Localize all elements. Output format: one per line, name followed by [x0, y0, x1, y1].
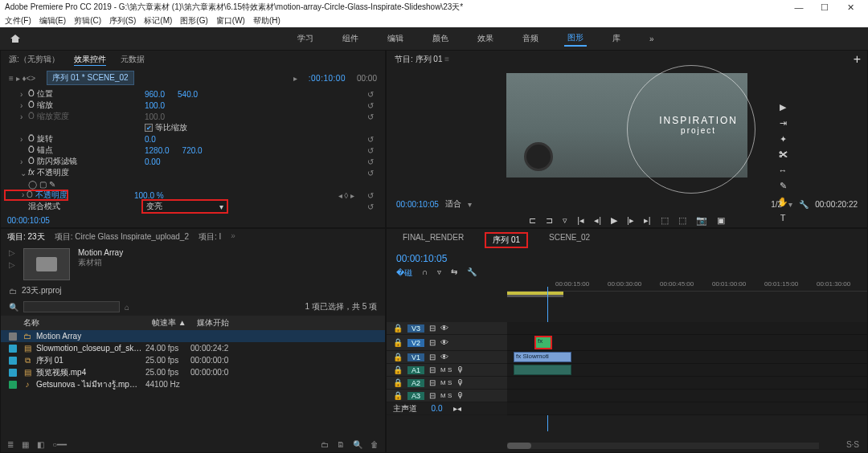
timeline-ruler[interactable]: 00:00:15:0000:00:30:0000:00:45:0000:01:0… — [507, 280, 867, 292]
ec-footer-timecode[interactable]: 00:00:10:05 — [7, 216, 50, 225]
reset-opacity[interactable]: ↺ — [367, 191, 374, 200]
track-select-tool-icon[interactable]: ⇥ — [780, 118, 787, 129]
project-tab-2[interactable]: 项目: Circle Glass Inspirate_upload_2 — [55, 231, 189, 243]
eye-icon[interactable]: 👁 — [440, 324, 448, 333]
workspace-bar: 学习 组件 编辑 颜色 效果 音频 图形 库 » — [0, 27, 868, 50]
ws-assembly[interactable]: 组件 — [339, 31, 362, 46]
timeline-tab-scene02[interactable]: SCENE_02 — [542, 232, 596, 248]
step-back-icon[interactable]: ◂| — [594, 215, 601, 226]
search-input[interactable] — [23, 301, 120, 312]
settings-icon[interactable]: 🔧 — [799, 200, 809, 209]
clip-nested-scene[interactable]: fx — [534, 336, 552, 349]
ws-library[interactable]: 库 — [609, 31, 624, 46]
step-forward-icon[interactable]: |▸ — [627, 215, 634, 226]
ws-effects[interactable]: 效果 — [474, 31, 497, 46]
pen-tool-icon[interactable]: ✎ — [780, 181, 787, 191]
linked-selection-icon[interactable]: ∩ — [422, 267, 428, 279]
reset-scale[interactable]: ↺ — [367, 101, 374, 110]
tab-effect-controls[interactable]: 效果控件 — [74, 54, 106, 66]
tab-source[interactable]: 源:（无剪辑） — [9, 54, 59, 66]
project-tab-3[interactable]: 项目: I — [199, 231, 221, 243]
project-tab-1[interactable]: 项目: 23天 — [7, 231, 45, 243]
insert-overwrite-icon[interactable]: ⇆ — [451, 267, 457, 279]
zoom-slider[interactable]: ○━━ — [52, 440, 67, 449]
fit-select[interactable]: 适合 — [445, 198, 461, 210]
new-bin-icon[interactable]: 🗀 — [321, 440, 329, 449]
snap-icon[interactable]: �磁 — [396, 267, 412, 279]
uniform-scale-checkbox[interactable]: ✔ — [145, 124, 153, 132]
ws-graphics[interactable]: 图形 — [564, 31, 587, 47]
timeline-zoom-scrollbar[interactable] — [507, 443, 819, 449]
razor-tool-icon[interactable]: ✀ — [779, 150, 788, 160]
icon-view-icon[interactable]: ▦ — [22, 440, 29, 449]
bin-item[interactable]: ⧉序列 0125.00 fps00:00:00:0 — [1, 354, 385, 366]
bin-icon[interactable]: 🗀 — [9, 287, 17, 296]
menu-edit[interactable]: 编辑(E) — [39, 15, 66, 27]
marker-tool-icon[interactable]: ▿ — [437, 267, 441, 279]
comparison-icon[interactable]: ▣ — [717, 215, 725, 226]
selection-tool-icon[interactable]: ▶ — [780, 102, 786, 112]
minimize-button[interactable]: — — [786, 2, 812, 12]
lift-icon[interactable]: ⬚ — [661, 215, 669, 226]
menu-help[interactable]: 帮助(H) — [253, 15, 280, 27]
maximize-button[interactable]: ☐ — [812, 2, 837, 13]
resolution-select[interactable]: 1/2 — [771, 200, 782, 209]
menu-window[interactable]: 窗口(W) — [216, 15, 245, 27]
ripple-tool-icon[interactable]: ✦ — [780, 134, 787, 145]
home-button[interactable] — [6, 31, 24, 46]
lock-icon[interactable]: 🔒 — [393, 324, 403, 333]
menu-markers[interactable]: 标记(M) — [144, 15, 172, 27]
go-to-in-icon[interactable]: |◂ — [577, 215, 584, 226]
mark-out-icon[interactable]: ⊐ — [546, 215, 553, 226]
delete-icon[interactable]: 🗑 — [371, 440, 379, 449]
mark-in-icon[interactable]: ⊏ — [529, 215, 536, 226]
menu-clip[interactable]: 剪辑(C) — [74, 15, 101, 27]
close-button[interactable]: ✕ — [837, 2, 863, 13]
bin-item[interactable]: ▤预览视频.mp425.00 fps00:00:00:0 — [1, 366, 385, 378]
search-icon[interactable]: 🔍 — [9, 303, 18, 312]
ruler-tick: 00:01:15:00 — [764, 280, 798, 288]
reset-anchor[interactable]: ↺ — [367, 146, 374, 155]
add-button[interactable]: + — [854, 52, 861, 67]
ws-learn[interactable]: 学习 — [294, 31, 317, 46]
clip-slowmotion[interactable]: fx Slowmoti — [514, 352, 571, 362]
timeline-tab-seq01[interactable]: 序列 01 — [485, 232, 528, 248]
menu-graphics[interactable]: 图形(G) — [180, 15, 207, 27]
timeline-timecode[interactable]: 00:00:10:05 — [387, 251, 867, 266]
clip-audio-1[interactable] — [514, 365, 571, 375]
timeline-tab-final[interactable]: FINAL_RENDER — [396, 232, 470, 248]
bin-sub: 素材箱 — [78, 257, 123, 268]
menu-file[interactable]: 文件(F) — [5, 15, 31, 27]
ws-editing[interactable]: 编辑 — [384, 31, 407, 46]
filter-icon[interactable]: ⌂ — [125, 303, 129, 312]
ws-color[interactable]: 颜色 — [429, 31, 452, 46]
reset-rotation[interactable]: ↺ — [367, 135, 374, 144]
menu-sequence[interactable]: 序列(S) — [109, 15, 136, 27]
bin-item[interactable]: 🗀Motion Array — [1, 330, 385, 342]
add-marker-icon[interactable]: ▿ — [563, 215, 567, 226]
export-frame-icon[interactable]: 📷 — [696, 215, 707, 226]
list-view-icon[interactable]: ≣ — [7, 440, 14, 449]
extract-icon[interactable]: ⬚ — [678, 215, 686, 226]
new-item-icon[interactable]: 🗎 — [337, 440, 345, 449]
bin-item[interactable]: ♪Getsunova - ไม่มีทางรู้.mp…44100 Hz — [1, 378, 385, 390]
tab-metadata[interactable]: 元数据 — [121, 54, 145, 66]
find-icon[interactable]: 🔍 — [353, 440, 362, 449]
ws-audio[interactable]: 音频 — [519, 31, 542, 46]
blend-mode-select[interactable]: 变亮▾ — [141, 199, 228, 214]
program-video[interactable]: INSPIRATIONproject — [506, 73, 747, 178]
play-icon[interactable]: ▶ — [611, 215, 617, 226]
ws-overflow[interactable]: » — [646, 33, 657, 45]
go-to-out-icon[interactable]: ▸| — [644, 215, 651, 226]
bin-list: 🗀Motion Array▤Slowmotion_closeup_of_sk…2… — [1, 330, 385, 390]
slip-tool-icon[interactable]: ↔ — [779, 165, 788, 175]
ec-sequence-label[interactable]: 序列 01 * SCENE_02 — [47, 71, 134, 85]
reset-position[interactable]: ↺ — [367, 90, 374, 99]
mic-icon[interactable]: 🎙 — [457, 365, 465, 374]
bin-item[interactable]: ▤Slowmotion_closeup_of_sk…24.00 fps00:00… — [1, 342, 385, 354]
freeform-view-icon[interactable]: ◧ — [37, 440, 44, 449]
program-timecode[interactable]: 00:00:10:05 — [396, 200, 439, 209]
timeline-scroll[interactable]: S·S — [846, 440, 859, 449]
settings-wrench-icon[interactable]: 🔧 — [467, 267, 477, 279]
opacity-property-highlighted[interactable]: › Ö 不透明度 — [4, 190, 68, 201]
